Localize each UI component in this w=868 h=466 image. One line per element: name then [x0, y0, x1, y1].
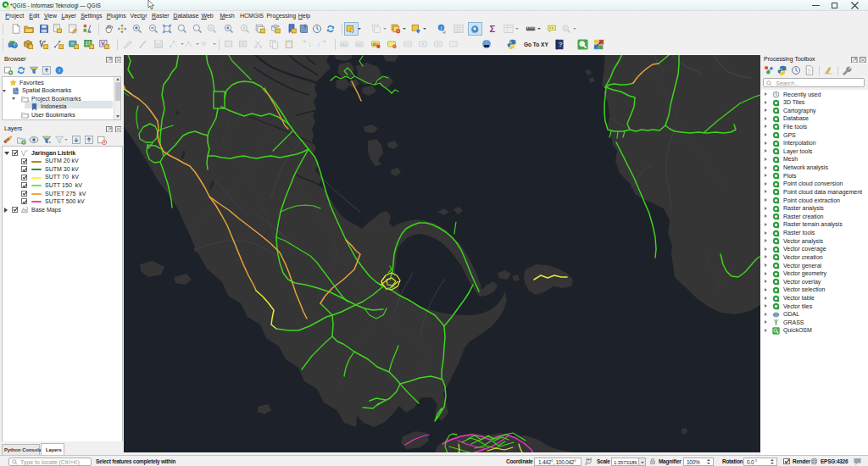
svg-text:fx: fx	[202, 41, 207, 47]
svg-text:Σ: Σ	[489, 24, 495, 34]
svg-text:a: a	[88, 29, 91, 34]
svg-text:abc: abc	[356, 42, 363, 47]
svg-text:?: ?	[559, 41, 563, 48]
svg-text:i: i	[58, 67, 60, 73]
svg-text:abc: abc	[341, 42, 348, 47]
